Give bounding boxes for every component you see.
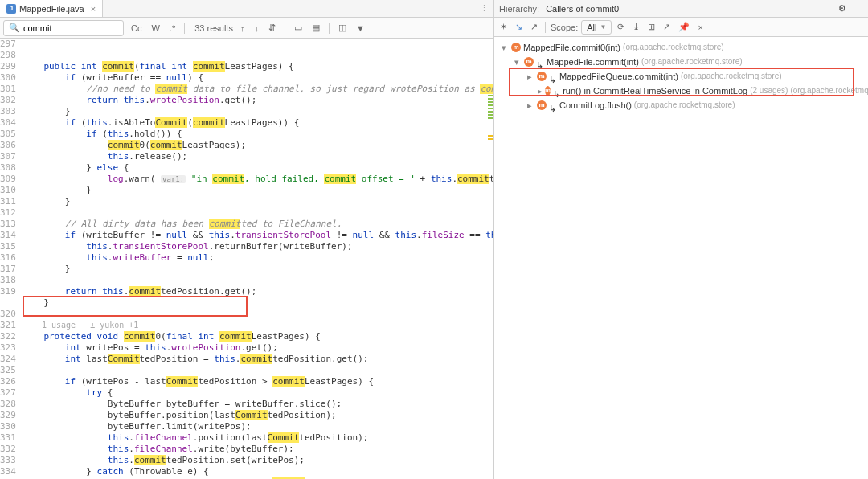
chevron-down-icon: ▼ bbox=[600, 23, 606, 31]
usages-count: (2 usages) bbox=[750, 84, 788, 98]
tree-node[interactable]: ▸m↳run() in CommitRealTimeService in Com… bbox=[496, 84, 866, 98]
package-label: (org.apache.rocketmq.store) bbox=[641, 55, 743, 69]
tab-filename: MappedFile.java bbox=[19, 4, 84, 14]
tree-twistie-icon[interactable]: ▸ bbox=[525, 69, 534, 84]
tree-node-label: MappedFileQueue.commit(int) bbox=[559, 69, 678, 84]
tree-twistie-icon[interactable]: ▾ bbox=[512, 55, 522, 69]
tree-twistie-icon[interactable]: ▾ bbox=[499, 40, 509, 55]
package-label: (org.apache.rocketmq.store) bbox=[790, 84, 868, 98]
scope-label: Scope: bbox=[551, 23, 578, 32]
tree-node-label: run() in CommitRealTimeService in Commit… bbox=[563, 84, 747, 98]
scope-selector[interactable]: All ▼ bbox=[581, 20, 612, 35]
code-editor[interactable]: 2972982993003013023033043053063073083093… bbox=[0, 39, 493, 479]
toolbar-icon[interactable]: ▭ bbox=[292, 23, 305, 33]
method-icon: m bbox=[537, 100, 547, 110]
marker-stripe[interactable] bbox=[485, 39, 493, 479]
tree-node[interactable]: ▾mMappedFile.commit0(int) (org.apache.ro… bbox=[496, 40, 866, 55]
method-icon: m bbox=[537, 72, 547, 81]
tree-twistie-icon[interactable]: ▸ bbox=[525, 98, 534, 113]
callers-icon[interactable]: ↘ bbox=[513, 22, 525, 32]
java-file-icon: J bbox=[6, 4, 16, 14]
star-icon[interactable]: ✶ bbox=[497, 22, 510, 32]
prev-match-icon[interactable]: ↑ bbox=[238, 23, 248, 33]
tree-node-label: MappedFile.commit(int) bbox=[547, 55, 639, 69]
tree-node-label: MappedFile.commit0(int) bbox=[523, 40, 620, 55]
hierarchy-toolbar: ✶ ↘ ↗ Scope: All ▼ ⟳ ⤓ ⊞ ↗ 📌 × bbox=[494, 18, 868, 37]
match-case-button[interactable]: Cc bbox=[129, 23, 144, 33]
toolbar-icon[interactable]: ◫ bbox=[336, 23, 349, 33]
package-label: (org.apache.rocketmq.store) bbox=[623, 40, 724, 55]
hierarchy-tree[interactable]: ▾mMappedFile.commit0(int) (org.apache.ro… bbox=[494, 37, 868, 116]
select-all-icon[interactable]: ⇵ bbox=[266, 23, 278, 33]
pin-icon[interactable]: 📌 bbox=[676, 22, 692, 32]
autoscroll-icon[interactable]: ⤓ bbox=[630, 22, 642, 32]
close-icon[interactable]: × bbox=[695, 23, 705, 32]
callees-icon[interactable]: ↗ bbox=[528, 22, 540, 32]
package-label: (org.apache.rocketmq.store) bbox=[634, 98, 735, 113]
tree-twistie-icon[interactable]: ▸ bbox=[538, 84, 542, 98]
gear-icon[interactable]: ⚙ bbox=[838, 3, 846, 14]
tab-more-icon[interactable]: ⋮ bbox=[480, 3, 493, 14]
export-icon[interactable]: ↗ bbox=[661, 22, 673, 32]
filter-icon[interactable]: ▼ bbox=[354, 23, 367, 33]
toolbar-icon[interactable]: ▤ bbox=[309, 23, 322, 33]
regex-button[interactable]: .* bbox=[167, 23, 178, 33]
words-button[interactable]: W bbox=[149, 23, 162, 33]
expand-icon[interactable]: ⊞ bbox=[645, 22, 657, 32]
editor-tab[interactable]: J MappedFile.java × bbox=[0, 0, 103, 17]
search-icon: 🔍 bbox=[9, 23, 20, 33]
hide-icon[interactable]: — bbox=[850, 4, 863, 14]
method-icon: m bbox=[545, 86, 551, 96]
package-label: (org.apache.rocketmq.store) bbox=[681, 69, 782, 84]
tree-node-label: CommitLog.flush() bbox=[559, 98, 632, 113]
tab-close-icon[interactable]: × bbox=[91, 4, 96, 14]
editor-tab-bar: J MappedFile.java × ⋮ bbox=[0, 0, 493, 18]
search-input[interactable] bbox=[23, 23, 118, 33]
hierarchy-header: Hierarchy: Callers of commit0 ⚙ — bbox=[494, 0, 868, 18]
hierarchy-title-prefix: Hierarchy: bbox=[499, 4, 539, 14]
override-icon: ↳ bbox=[549, 101, 557, 109]
line-gutter: 2972982993003013023033043053063073083093… bbox=[0, 39, 23, 479]
method-icon: m bbox=[524, 57, 534, 67]
results-count: 33 results bbox=[194, 23, 233, 33]
override-icon: ↳ bbox=[536, 58, 544, 66]
find-toolbar: 🔍 Cc W .* 33 results ↑ ↓ ⇵ ▭ ▤ ◫ ▼ bbox=[0, 18, 493, 39]
code-content[interactable]: public int commit(final int commitLeastP… bbox=[23, 39, 493, 479]
refresh-icon[interactable]: ⟳ bbox=[615, 22, 627, 32]
hierarchy-title: Callers of commit0 bbox=[546, 4, 619, 14]
search-input-wrapper[interactable]: 🔍 bbox=[3, 20, 124, 36]
override-icon: ↳ bbox=[553, 87, 560, 95]
method-icon: m bbox=[511, 43, 521, 52]
next-match-icon[interactable]: ↓ bbox=[252, 23, 261, 33]
override-icon: ↳ bbox=[549, 72, 557, 80]
tree-node[interactable]: ▸m↳MappedFileQueue.commit(int) (org.apac… bbox=[496, 69, 866, 84]
tree-node[interactable]: ▸m↳CommitLog.flush() (org.apache.rocketm… bbox=[496, 98, 866, 113]
tree-node[interactable]: ▾m↳MappedFile.commit(int) (org.apache.ro… bbox=[496, 55, 866, 69]
